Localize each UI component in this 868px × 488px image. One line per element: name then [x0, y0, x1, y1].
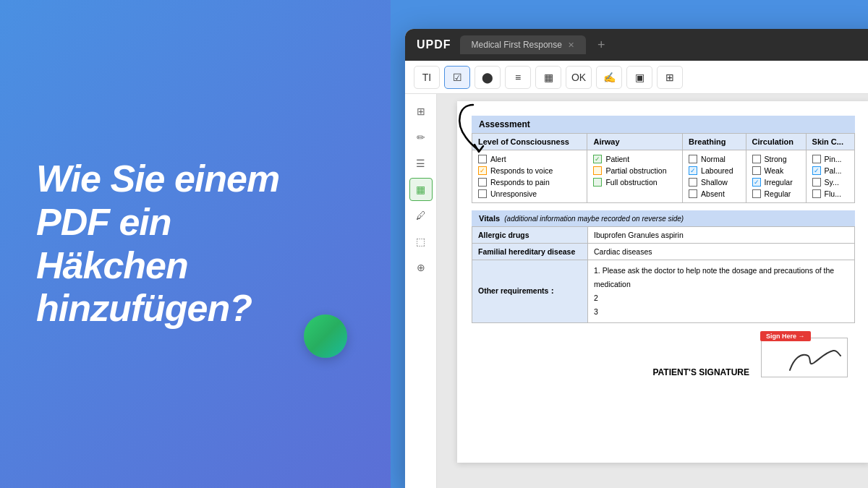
airway-patient-checkbox[interactable]: ✓	[593, 155, 602, 163]
circ-weak-checkbox[interactable]	[752, 166, 761, 175]
circ-weak-label: Weak	[765, 166, 784, 175]
airway-full-checkbox[interactable]	[593, 178, 602, 187]
breathing-laboured-row: ✓ Laboured	[689, 165, 739, 176]
skin-cb2[interactable]: ✓	[812, 166, 821, 175]
sign-here-badge: Sign Here →	[760, 331, 811, 341]
breathing-shallow-label: Shallow	[701, 178, 728, 187]
circ-irregular-label: Irregular	[765, 178, 793, 187]
loc-unresponsive-label: Unresponsive	[490, 189, 537, 198]
toolbar: TI ☑ ⬤ ≡ ▦ OK ✍ ▣ ⊞	[405, 61, 868, 94]
vitals-other-line2: 2	[594, 291, 848, 305]
airway-patient-label: Patient	[605, 155, 629, 163]
vitals-row-familial: Familial hereditary disease Cardiac dise…	[472, 244, 855, 260]
skin-cb1[interactable]	[812, 155, 821, 163]
circ-strong-checkbox[interactable]	[752, 155, 761, 163]
breathing-laboured-checkbox[interactable]: ✓	[689, 166, 697, 175]
signature-area: PATIENT'S SIGNATURE Sign Here →	[472, 338, 855, 377]
signature-box[interactable]: Sign Here →	[761, 338, 848, 377]
vitals-section: Vitals (additional information maybe rec…	[472, 210, 855, 323]
loc-pain-label: Responds to pain	[490, 178, 550, 187]
loc-voice-row: ✓ Responds to voice	[478, 165, 581, 176]
loc-voice-label: Responds to voice	[490, 166, 553, 175]
right-panel: UPDF Medical First Response ✕ + TI ☑ ⬤ ≡…	[391, 0, 868, 488]
sidebar-icon-4[interactable]: ▦	[409, 178, 433, 201]
circulation-cell: Strong Weak ✓ Irregular	[746, 150, 806, 203]
sidebar-icon-2[interactable]: ✏	[409, 126, 433, 149]
vitals-row-allergic: Allergic drugs Ibuprofen Granules aspiri…	[472, 227, 855, 244]
circ-irregular-checkbox[interactable]: ✓	[752, 178, 761, 187]
sidebar-icon-5[interactable]: 🖊	[409, 204, 433, 227]
circ-irregular-row: ✓ Irregular	[752, 176, 800, 188]
skin-cb3[interactable]	[812, 178, 821, 187]
skin-label4: Flu...	[825, 189, 841, 198]
col-breathing: Breathing	[683, 134, 746, 150]
sidebar-icon-6[interactable]: ⬚	[409, 230, 433, 253]
skin-row3: Sy...	[812, 176, 848, 188]
vitals-row-other: Other requirements： 1. Please ask the do…	[472, 260, 855, 323]
sidebar-icon-3[interactable]: ☰	[409, 152, 433, 175]
checkbox-tool-button[interactable]: ☑	[444, 66, 470, 89]
vitals-subtitle: (additional information maybe recorded o…	[504, 215, 684, 223]
breathing-laboured-label: Laboured	[701, 166, 733, 175]
breathing-normal-row: Normal	[689, 153, 739, 165]
loc-voice-checkbox[interactable]: ✓	[478, 166, 487, 175]
breathing-absent-checkbox[interactable]	[689, 189, 697, 198]
skin-cb4[interactable]	[812, 189, 821, 198]
loc-pain-row: Responds to pain	[478, 176, 581, 188]
sidebar-icon-1[interactable]: ⊞	[409, 100, 433, 123]
pdf-viewer[interactable]: Assessment Level of Consciousness Airway…	[437, 94, 868, 488]
col-skin: Skin C...	[806, 134, 854, 150]
breathing-normal-checkbox[interactable]	[689, 155, 697, 163]
airway-partial-label: Partial obstruction	[605, 166, 666, 175]
vitals-allergic-label: Allergic drugs	[472, 227, 588, 244]
skin-label1: Pin...	[825, 155, 842, 163]
text-tool-button[interactable]: TI	[414, 66, 440, 89]
airway-partial-checkbox[interactable]	[593, 166, 602, 175]
breathing-normal-label: Normal	[701, 155, 726, 163]
square-tool-button[interactable]: ▣	[626, 66, 652, 89]
app-tab[interactable]: Medical First Response ✕	[460, 35, 586, 54]
circ-regular-row: Regular	[752, 188, 800, 200]
sidebar-icon-7[interactable]: ⊕	[409, 256, 433, 279]
airway-full-label: Full obstruction	[605, 178, 657, 187]
circ-weak-row: Weak	[752, 165, 800, 176]
radio-tool-button[interactable]: ⬤	[475, 66, 501, 89]
vitals-table: Allergic drugs Ibuprofen Granules aspiri…	[472, 226, 855, 323]
vitals-other-label: Other requirements：	[472, 260, 588, 323]
breathing-absent-row: Absent	[689, 188, 739, 200]
skin-label3: Sy...	[825, 178, 839, 187]
circ-strong-label: Strong	[765, 155, 787, 163]
airway-cell: ✓ Patient Partial obstruction	[587, 150, 683, 203]
sidebar: ⊞ ✏ ☰ ▦ 🖊 ⬚ ⊕	[405, 94, 437, 488]
tab-label: Medical First Response	[472, 40, 562, 50]
vitals-title: Vitals (additional information maybe rec…	[472, 210, 855, 226]
vitals-familial-label: Familial hereditary disease	[472, 244, 588, 260]
breathing-shallow-row: Shallow	[689, 176, 739, 188]
assessment-section-title: Assessment	[472, 116, 855, 133]
skin-row1: Pin...	[812, 153, 848, 165]
airway-patient-row: ✓ Patient	[593, 153, 676, 165]
skin-row4: Flu...	[812, 188, 848, 200]
tab-close-icon[interactable]: ✕	[568, 40, 574, 50]
vitals-other-line1: 1. Please ask the doctor to help note th…	[594, 264, 848, 291]
col-circulation: Circulation	[746, 134, 806, 150]
layout-button[interactable]: ⊞	[657, 66, 683, 89]
signature-button[interactable]: ✍	[596, 66, 622, 89]
list-tool-button[interactable]: ≡	[505, 66, 531, 89]
vitals-familial-value: Cardiac diseases	[588, 244, 855, 260]
grid-tool-button[interactable]: ▦	[535, 66, 561, 89]
arrow-decoration	[451, 101, 495, 162]
ok-button[interactable]: OK	[566, 66, 592, 89]
skin-row2: ✓ Pal...	[812, 165, 848, 176]
pdf-page: Assessment Level of Consciousness Airway…	[457, 101, 868, 463]
app-window: UPDF Medical First Response ✕ + TI ☑ ⬤ ≡…	[405, 29, 868, 488]
loc-unresponsive-row: Unresponsive	[478, 188, 581, 200]
left-panel: Wie Sie einem PDF ein Häkchen hinzufügen…	[0, 0, 391, 488]
breathing-shallow-checkbox[interactable]	[689, 178, 697, 187]
loc-pain-checkbox[interactable]	[478, 178, 487, 187]
circ-regular-checkbox[interactable]	[752, 189, 761, 198]
patient-signature-label: PATIENT'S SIGNATURE	[652, 367, 749, 377]
loc-unresponsive-checkbox[interactable]	[478, 189, 487, 198]
new-tab-icon[interactable]: +	[597, 38, 605, 53]
circ-strong-row: Strong	[752, 153, 800, 165]
